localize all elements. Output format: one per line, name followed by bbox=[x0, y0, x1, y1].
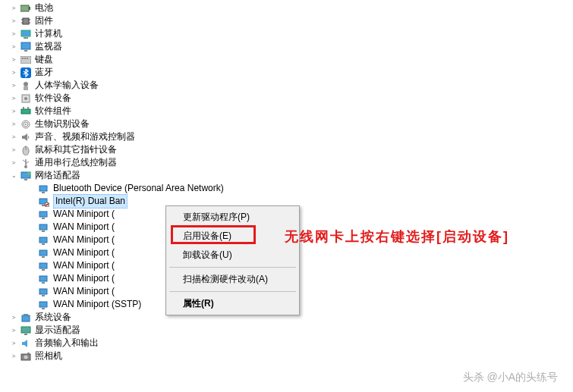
network-icon bbox=[20, 170, 32, 182]
tree-item[interactable]: >软件组件 bbox=[0, 105, 573, 118]
svg-rect-49 bbox=[39, 263, 47, 268]
chevron-right-icon[interactable]: > bbox=[9, 146, 18, 155]
tree-item[interactable]: >生物识别设备 bbox=[0, 118, 573, 130]
svg-point-25 bbox=[25, 124, 27, 125]
tree-item[interactable]: Bluetooth Device (Personal Area Network) bbox=[0, 182, 573, 195]
chevron-right-icon[interactable]: > bbox=[9, 107, 18, 116]
chevron-right-icon[interactable]: > bbox=[9, 68, 18, 77]
tree-item[interactable]: >声音、视频和游戏控制器 bbox=[0, 130, 573, 143]
chevron-right-icon[interactable]: > bbox=[9, 94, 18, 103]
tree-item[interactable]: >键盘 bbox=[0, 53, 573, 66]
chevron-right-icon[interactable]: > bbox=[9, 4, 18, 13]
adapter-icon bbox=[38, 286, 50, 298]
chevron-right-icon[interactable]: > bbox=[9, 120, 18, 129]
tree-item-label: WAN Miniport ( bbox=[53, 272, 115, 285]
tree-item-label: 系统设备 bbox=[35, 311, 71, 324]
chevron-right-icon[interactable]: > bbox=[9, 352, 18, 361]
system-icon bbox=[20, 312, 32, 324]
adapter-icon bbox=[38, 183, 50, 195]
svg-rect-1 bbox=[29, 7, 30, 10]
tree-item-label: WAN Miniport (SSTP) bbox=[53, 298, 141, 311]
component-icon bbox=[20, 105, 32, 118]
biometric-icon bbox=[20, 118, 32, 130]
svg-point-62 bbox=[24, 355, 28, 359]
svg-rect-33 bbox=[24, 179, 27, 180]
svg-rect-56 bbox=[42, 308, 45, 309]
svg-rect-41 bbox=[39, 212, 47, 217]
svg-point-19 bbox=[24, 97, 27, 100]
tree-item[interactable]: >显示适配器 bbox=[0, 324, 573, 337]
tree-item[interactable]: >计算机 bbox=[0, 27, 573, 40]
tree-item[interactable]: >蓝牙 bbox=[0, 66, 573, 79]
tree-item[interactable]: >电池 bbox=[0, 2, 573, 14]
tree-item-label: 音频输入和输出 bbox=[35, 337, 99, 350]
svg-rect-10 bbox=[24, 50, 27, 52]
svg-rect-42 bbox=[42, 218, 45, 219]
tree-item[interactable]: ⌄网络适配器 bbox=[0, 169, 573, 182]
chevron-right-icon[interactable]: > bbox=[9, 133, 18, 142]
chevron-right-icon[interactable]: > bbox=[9, 42, 18, 52]
svg-rect-13 bbox=[24, 58, 26, 59]
adapter-icon bbox=[38, 221, 50, 234]
svg-point-16 bbox=[24, 82, 28, 86]
chevron-right-icon[interactable]: > bbox=[9, 81, 18, 90]
chevron-right-icon[interactable]: > bbox=[9, 313, 18, 322]
tree-item-label: 计算机 bbox=[35, 27, 62, 40]
annotation-text: 无线网卡上按右键选择[启动设备] bbox=[285, 227, 509, 246]
chevron-right-icon[interactable]: > bbox=[9, 158, 18, 168]
display-icon bbox=[20, 325, 32, 337]
svg-rect-54 bbox=[42, 295, 45, 296]
tree-item-label: WAN Miniport ( bbox=[53, 259, 115, 272]
hid-icon bbox=[20, 80, 32, 92]
chevron-right-icon[interactable]: > bbox=[9, 30, 18, 39]
menu-item-scan[interactable]: 扫描检测硬件改动(A) bbox=[168, 270, 298, 289]
svg-rect-58 bbox=[24, 314, 28, 315]
menu-item-update[interactable]: 更新驱动程序(P) bbox=[168, 208, 298, 227]
tree-item-label: WAN Miniport ( bbox=[53, 221, 115, 234]
chevron-down-icon[interactable]: ⌄ bbox=[9, 171, 18, 180]
adapter-icon bbox=[38, 273, 50, 285]
tree-item[interactable]: >监视器 bbox=[0, 40, 573, 53]
chevron-right-icon[interactable]: > bbox=[9, 17, 18, 26]
chevron-right-icon[interactable]: > bbox=[9, 339, 18, 348]
tree-item[interactable]: >固件 bbox=[0, 14, 573, 27]
svg-rect-9 bbox=[21, 42, 30, 49]
svg-rect-2 bbox=[23, 18, 29, 24]
svg-rect-43 bbox=[39, 224, 47, 230]
tree-item-label: 网络适配器 bbox=[35, 169, 80, 182]
chevron-right-icon[interactable]: > bbox=[9, 55, 18, 64]
svg-rect-14 bbox=[27, 58, 28, 59]
menu-item-enable[interactable]: 启用设备(E) bbox=[168, 227, 298, 246]
camera-icon bbox=[20, 350, 32, 362]
tree-item[interactable]: >照相机 bbox=[0, 350, 573, 362]
svg-rect-38 bbox=[42, 205, 45, 206]
tree-item-label: 声音、视频和游戏控制器 bbox=[35, 130, 135, 143]
tree-item-label: 生物识别设备 bbox=[35, 118, 90, 130]
svg-rect-46 bbox=[42, 243, 45, 245]
tree-item[interactable]: >音频输入和输出 bbox=[0, 337, 573, 350]
svg-rect-0 bbox=[20, 5, 29, 11]
svg-rect-53 bbox=[39, 289, 47, 294]
tree-item[interactable]: >人体学输入设备 bbox=[0, 79, 573, 92]
chip-icon bbox=[20, 15, 32, 27]
svg-rect-52 bbox=[42, 282, 45, 284]
menu-item-properties[interactable]: 属性(R) bbox=[168, 294, 298, 313]
adapter-icon bbox=[38, 247, 50, 259]
adapter-disabled-icon bbox=[38, 196, 50, 208]
menu-separator bbox=[169, 267, 296, 268]
audio-icon bbox=[20, 337, 32, 350]
chevron-right-icon[interactable]: > bbox=[9, 326, 18, 335]
bluetooth-icon bbox=[20, 67, 32, 79]
menu-item-uninstall[interactable]: 卸载设备(U) bbox=[168, 246, 298, 265]
tree-item[interactable]: >鼠标和其它指针设备 bbox=[0, 143, 573, 156]
menu-separator bbox=[169, 291, 296, 292]
svg-rect-48 bbox=[42, 256, 45, 258]
tree-item[interactable]: >通用串行总线控制器 bbox=[0, 156, 573, 169]
tree-item-label: 软件设备 bbox=[35, 92, 71, 105]
tree-item[interactable]: >软件设备 bbox=[0, 92, 573, 105]
svg-rect-7 bbox=[21, 30, 30, 36]
svg-rect-21 bbox=[23, 107, 24, 109]
software-icon bbox=[20, 93, 32, 105]
tree-item-label: 电池 bbox=[35, 2, 53, 14]
svg-rect-63 bbox=[27, 353, 30, 354]
